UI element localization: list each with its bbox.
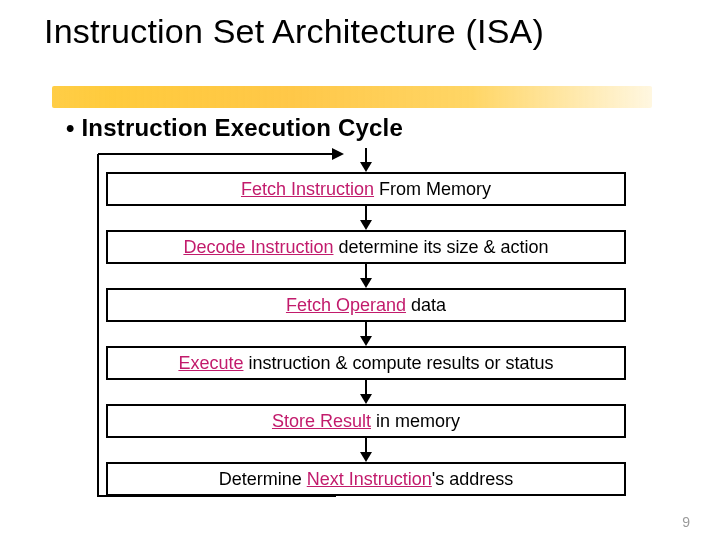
step-next-instruction: Determine Next Instruction's address (106, 462, 626, 496)
highlight-brush (52, 86, 652, 108)
step-rest: 's address (432, 469, 513, 489)
svg-marker-3 (360, 220, 372, 230)
step-pre: Determine (219, 469, 307, 489)
flowchart: Fetch Instruction From Memory Decode Ins… (86, 148, 646, 496)
arrow-icon (86, 380, 646, 404)
page-number: 9 (682, 514, 690, 530)
step-keyword: Next Instruction (307, 469, 432, 489)
step-fetch-instruction: Fetch Instruction From Memory (106, 172, 626, 206)
svg-marker-7 (360, 336, 372, 346)
step-keyword: Decode Instruction (183, 237, 333, 257)
step-rest: determine its size & action (333, 237, 548, 257)
step-keyword: Fetch Instruction (241, 179, 374, 199)
step-rest: instruction & compute results or status (243, 353, 553, 373)
arrow-icon (86, 206, 646, 230)
svg-marker-11 (360, 452, 372, 462)
section-subtitle: • Instruction Execution Cycle (66, 114, 403, 142)
svg-marker-1 (360, 162, 372, 172)
step-store-result: Store Result in memory (106, 404, 626, 438)
step-execute: Execute instruction & compute results or… (106, 346, 626, 380)
step-rest: From Memory (374, 179, 491, 199)
step-keyword: Execute (178, 353, 243, 373)
arrow-icon (86, 322, 646, 346)
arrow-icon (86, 264, 646, 288)
step-rest: in memory (371, 411, 460, 431)
step-keyword: Store Result (272, 411, 371, 431)
step-fetch-operand: Fetch Operand data (106, 288, 626, 322)
svg-marker-5 (360, 278, 372, 288)
svg-marker-9 (360, 394, 372, 404)
arrow-icon (86, 438, 646, 462)
slide-title: Instruction Set Architecture (ISA) (44, 12, 544, 51)
step-keyword: Fetch Operand (286, 295, 406, 315)
step-decode-instruction: Decode Instruction determine its size & … (106, 230, 626, 264)
step-rest: data (406, 295, 446, 315)
arrow-icon (86, 148, 646, 172)
